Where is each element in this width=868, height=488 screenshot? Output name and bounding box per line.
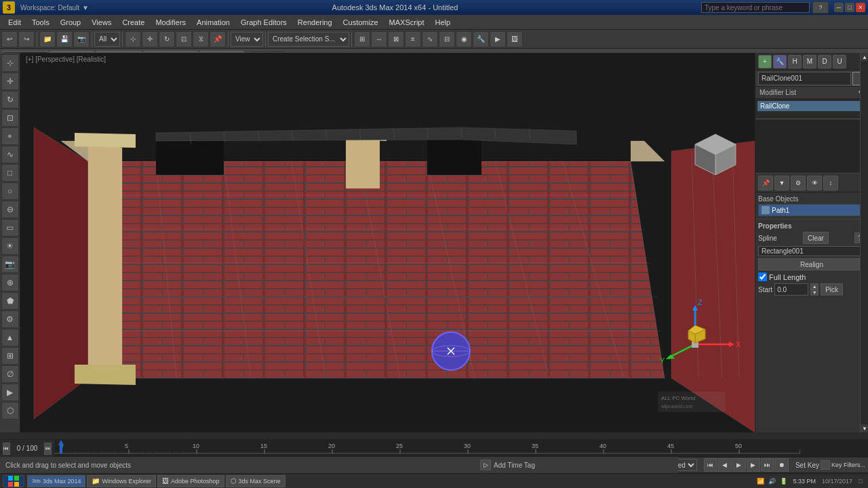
lt-18[interactable]: ∅	[1, 365, 19, 383]
menu-customize[interactable]: Customize	[338, 17, 384, 28]
timeline-track[interactable]: 0 5 10 15 20 25 30 35 40 45 50	[54, 440, 868, 458]
start-spin-down[interactable]: ▼	[810, 289, 818, 296]
add-time-tag-icon[interactable]: ▷	[480, 460, 491, 470]
start-value-input[interactable]	[774, 283, 808, 296]
rp-icon-motion[interactable]: M	[803, 55, 816, 68]
rp-scroll-down[interactable]: ▼	[861, 424, 868, 432]
add-time-tag-label[interactable]: Add Time Tag	[494, 462, 535, 469]
menu-tools[interactable]: Tools	[26, 17, 55, 28]
tl-end-btn[interactable]: ⏭	[44, 443, 52, 455]
mirror-tool2[interactable]: ⊠	[388, 31, 404, 47]
mirror-tool[interactable]: ⧖	[193, 31, 209, 47]
lt-system[interactable]: ⚙	[1, 310, 19, 328]
rp-icon-utility[interactable]: U	[833, 55, 846, 68]
close-button[interactable]: ✕	[856, 3, 865, 12]
start-spin-up[interactable]: ▲	[810, 283, 818, 289]
select-tool[interactable]: ⊹	[125, 31, 141, 47]
menu-animation[interactable]: Animation	[191, 17, 235, 28]
menu-rendering[interactable]: Rendering	[292, 17, 338, 28]
next-frame-btn[interactable]: ▶	[747, 458, 760, 472]
lt-plane[interactable]: ▭	[1, 219, 19, 237]
lt-spline[interactable]: ∿	[1, 146, 19, 163]
set-key-icon[interactable]	[821, 460, 830, 470]
collapse-icon[interactable]: ▼	[774, 176, 789, 190]
search-input[interactable]	[701, 2, 810, 13]
taskbar-explorer[interactable]: 📁 Windows Explorer	[87, 475, 156, 487]
frame-type-btn[interactable]: ⏺	[775, 458, 789, 472]
railclone-modifier[interactable]: RailClone	[757, 101, 866, 111]
schematic-btn[interactable]: ⊟	[439, 31, 455, 47]
help-icon[interactable]: ?	[812, 1, 829, 14]
configure-icon[interactable]: ⚙	[791, 176, 806, 190]
spacing-tool[interactable]: ↔	[371, 31, 387, 47]
menu-create[interactable]: Create	[117, 17, 150, 28]
tray-icon-network[interactable]: 📶	[755, 476, 765, 486]
tray-icon-sound[interactable]: 🔊	[767, 476, 776, 486]
taskbar-scene[interactable]: ⬡ 3ds Max Scene	[226, 475, 285, 487]
goto-end-btn[interactable]: ⏭	[761, 458, 774, 472]
redo-button[interactable]: ↪	[18, 31, 35, 47]
lt-cylinder[interactable]: ⊖	[1, 201, 19, 218]
prev-frame-btn[interactable]: ◀	[718, 458, 732, 472]
lt-body[interactable]: ⬟	[1, 292, 19, 310]
move-tool[interactable]: ✛	[142, 31, 158, 47]
lt-camera[interactable]: 📷	[1, 256, 19, 273]
curve-editor[interactable]: ∿	[422, 31, 438, 47]
render-frame[interactable]: ▶	[490, 31, 506, 47]
menu-graph-editors[interactable]: Graph Editors	[235, 17, 292, 28]
lt-sphere[interactable]: ○	[1, 182, 19, 200]
menu-group[interactable]: Group	[55, 17, 87, 28]
realign-button[interactable]: Realign	[758, 258, 865, 270]
menu-help[interactable]: Help	[430, 17, 456, 28]
selection-set[interactable]: Create Selection S...	[268, 32, 349, 47]
lt-helper[interactable]: ⊕	[1, 274, 19, 291]
app-workspace[interactable]: Workspace: Default	[20, 4, 79, 12]
rp-icon-modify[interactable]: 🔧	[773, 55, 787, 68]
rp-icon-display[interactable]: D	[818, 55, 831, 68]
lt-rotate[interactable]: ↻	[1, 91, 19, 108]
clear-button[interactable]: Clear	[803, 232, 829, 244]
rp-icon-hierarchy[interactable]: H	[788, 55, 802, 68]
play-btn[interactable]: ▶	[732, 458, 746, 472]
path1-item[interactable]: Path1	[759, 205, 865, 216]
open-button[interactable]: 📁	[39, 31, 56, 47]
save-button[interactable]: 💾	[56, 31, 73, 47]
lt-20[interactable]: ⬡	[1, 402, 19, 420]
lt-anim-play[interactable]: ▶	[1, 384, 19, 401]
viewport[interactable]: [+] [Perspective] [Realistic]	[20, 53, 755, 432]
lt-scale[interactable]: ⊡	[1, 109, 19, 127]
tray-icon-battery[interactable]: 🔋	[778, 476, 788, 486]
lt-box[interactable]: □	[1, 164, 19, 182]
lt-select[interactable]: ⊹	[1, 54, 19, 72]
render-button[interactable]: 📷	[73, 31, 90, 47]
align-tool[interactable]: ⊞	[354, 31, 370, 47]
rotate-tool[interactable]: ↻	[159, 31, 175, 47]
workspace-arrow[interactable]: ▼	[82, 4, 89, 12]
view-mode-select[interactable]: View	[231, 32, 263, 47]
lt-light[interactable]: ☀	[1, 237, 19, 255]
lt-16[interactable]: ▲	[1, 329, 19, 346]
pin-stack-icon[interactable]: 📌	[758, 176, 773, 190]
goto-start-btn[interactable]: ⏮	[704, 458, 717, 472]
lt-17[interactable]: ⊞	[1, 347, 19, 365]
undo-button[interactable]: ↩	[1, 31, 18, 47]
minimize-button[interactable]: ─	[834, 3, 844, 12]
render-setup[interactable]: 🔧	[473, 31, 489, 47]
key-filters-btn[interactable]: Key Filters...	[831, 462, 865, 468]
material-btn[interactable]: ◉	[456, 31, 472, 47]
maximize-button[interactable]: □	[845, 3, 854, 12]
full-length-checkbox[interactable]	[758, 272, 767, 281]
selection-filter[interactable]: All	[94, 32, 120, 47]
taskbar-photoshop[interactable]: 🖼 Adobe Photoshop	[157, 475, 224, 487]
object-name-field[interactable]	[758, 72, 851, 85]
snap-btn[interactable]: 📌	[210, 31, 226, 47]
menu-modifiers[interactable]: Modifiers	[150, 17, 191, 28]
rp-icon-create[interactable]: +	[758, 55, 772, 68]
windows-start-button[interactable]	[3, 475, 24, 487]
render-last[interactable]: 🖼	[507, 31, 523, 47]
lt-move[interactable]: ✛	[1, 73, 19, 90]
layer-mgr[interactable]: ≡	[405, 31, 421, 47]
menu-views[interactable]: Views	[86, 17, 117, 28]
tl-home-btn[interactable]: ⏮	[3, 443, 10, 455]
menu-edit[interactable]: Edit	[3, 17, 26, 28]
